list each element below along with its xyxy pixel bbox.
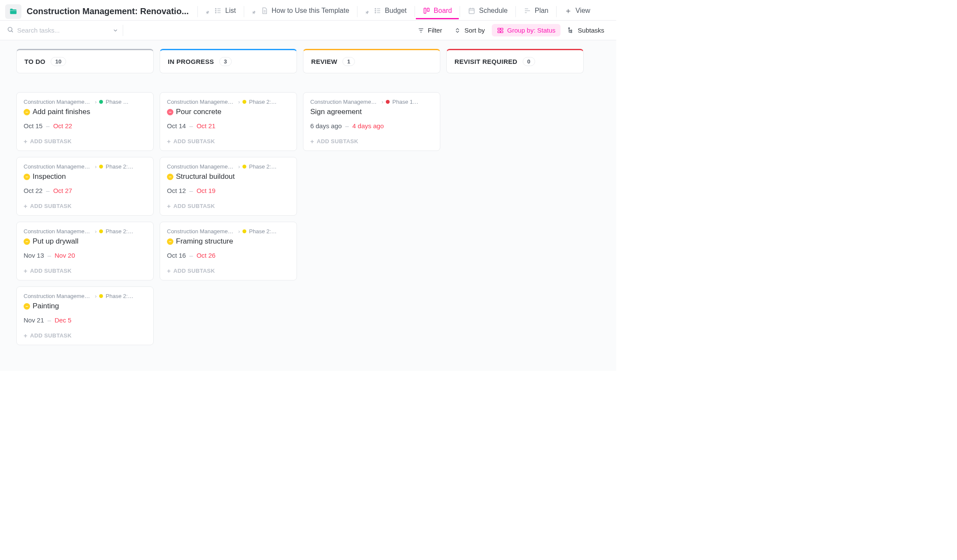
breadcrumb: Construction Management: R… › Phase 2:… (167, 163, 290, 170)
pin-icon (252, 9, 256, 13)
column-review: REVIEW1 Construction Management: Ren… › … (303, 49, 440, 151)
tab-divider (244, 6, 244, 17)
tab-divider (460, 6, 460, 17)
breadcrumb-project: Construction Management: R… (167, 163, 236, 170)
phase-dot (242, 100, 246, 104)
task-card[interactable]: Construction Management: R… › Phase 2:… … (160, 222, 297, 280)
plus-icon: + (24, 138, 27, 145)
svg-point-0 (215, 9, 216, 9)
tab-schedule[interactable]: Schedule (461, 3, 515, 20)
sort-label: Sort by (464, 27, 485, 34)
column-title: IN PROGRESS (168, 58, 214, 65)
card-title: Framing structure (176, 237, 233, 246)
breadcrumb-project: Construction Management: Ren… (310, 99, 379, 105)
card-title-row: – Framing structure (167, 237, 290, 246)
date-separator: – (46, 187, 49, 194)
task-card[interactable]: Construction Management: Ren… › Phase 1…… (303, 92, 440, 151)
tab-list[interactable]: List (199, 3, 243, 20)
column-header[interactable]: IN PROGRESS3 (160, 49, 297, 73)
gantt-icon (524, 7, 531, 15)
date-separator: – (189, 122, 193, 129)
svg-rect-15 (427, 8, 429, 12)
tab-budget[interactable]: Budget (358, 3, 414, 20)
tab-label: Budget (385, 7, 407, 15)
svg-point-2 (215, 10, 216, 11)
svg-rect-14 (424, 8, 426, 13)
add-subtask-button[interactable]: + ADD SUBTASK (167, 268, 290, 274)
add-subtask-label: ADD SUBTASK (173, 268, 215, 274)
add-subtask-button[interactable]: + ADD SUBTASK (24, 268, 146, 274)
card-title-row: – Sign agreement (310, 108, 433, 116)
folder-icon[interactable] (5, 4, 21, 19)
start-date: Oct 22 (24, 187, 42, 194)
task-card[interactable]: Construction Management: R… › Phase 2:… … (16, 222, 154, 280)
groupby-button[interactable]: Group by: Status (492, 24, 561, 36)
card-title-row: – Structural buildout (167, 172, 290, 181)
add-subtask-button[interactable]: + ADD SUBTASK (24, 332, 146, 339)
add-subtask-label: ADD SUBTASK (30, 268, 72, 274)
date-range: Nov 21 – Dec 5 (24, 316, 146, 324)
tab-board[interactable]: Board (416, 3, 459, 20)
breadcrumb-phase: Phase 2:… (249, 228, 276, 235)
board-icon (423, 7, 430, 15)
breadcrumb-phase: Phase 2:… (106, 163, 133, 170)
chevron-down-icon[interactable] (112, 27, 118, 33)
filter-button[interactable]: Filter (412, 24, 447, 36)
task-card[interactable]: Construction Management: R… › Phase 2:… … (16, 286, 154, 345)
column-header[interactable]: REVIEW1 (303, 49, 440, 73)
add-subtask-button[interactable]: + ADD SUBTASK (24, 138, 146, 145)
breadcrumb: Construction Management: R… › Phase 2:… (24, 228, 146, 235)
toolbar-divider (123, 25, 123, 36)
card-title-row: – Pour concrete (167, 108, 290, 116)
tab-label: Plan (535, 7, 548, 15)
pin-icon (206, 9, 210, 13)
add-subtask-button[interactable]: + ADD SUBTASK (310, 138, 433, 145)
tab-label: List (225, 7, 236, 15)
task-card[interactable]: Construction Management: R… › Phase 2:… … (160, 157, 297, 216)
task-card[interactable]: Construction Management: Ren… › Phase … … (16, 92, 154, 151)
tab-plan[interactable]: Plan (517, 3, 555, 20)
phase-dot (242, 229, 246, 233)
chevron-right-icon: › (95, 293, 97, 299)
phase-dot (99, 229, 103, 233)
task-card[interactable]: Construction Management: R… › Phase 2:… … (16, 157, 154, 216)
add-subtask-label: ADD SUBTASK (173, 138, 215, 145)
search-input[interactable] (17, 27, 86, 34)
priority-icon: – (167, 174, 173, 180)
svg-point-8 (375, 9, 376, 9)
sort-button[interactable]: Sort by (449, 24, 490, 36)
svg-line-24 (12, 31, 13, 32)
tab-divider (415, 6, 415, 17)
filter-label: Filter (428, 27, 442, 34)
column-revisit: REVISIT REQUIRED0 (446, 49, 584, 92)
cards-container: Construction Management: R… › Phase 2:… … (160, 92, 297, 280)
plus-icon: + (24, 332, 27, 339)
tab-howto[interactable]: How to Use this Template (245, 3, 356, 20)
card-title: Inspection (33, 172, 66, 181)
svg-rect-30 (498, 31, 500, 33)
add-subtask-button[interactable]: + ADD SUBTASK (167, 203, 290, 209)
start-date: Oct 12 (167, 187, 186, 194)
add-subtask-button[interactable]: + ADD SUBTASK (167, 138, 290, 145)
column-header[interactable]: TO DO10 (16, 49, 154, 73)
task-card[interactable]: Construction Management: R… › Phase 2:… … (160, 92, 297, 151)
date-separator: – (189, 252, 193, 259)
plus-icon: + (167, 138, 171, 145)
date-range: Oct 22 – Oct 27 (24, 187, 146, 194)
breadcrumb-phase: Phase … (106, 99, 128, 105)
start-date: Oct 14 (167, 122, 186, 129)
card-title: Add paint finishes (33, 108, 90, 116)
chevron-right-icon: › (95, 163, 97, 170)
card-title-row: – Add paint finishes (24, 108, 146, 116)
due-date: Oct 27 (53, 187, 72, 194)
date-range: Oct 15 – Oct 22 (24, 122, 146, 129)
add-subtask-label: ADD SUBTASK (173, 203, 215, 209)
breadcrumb-phase: Phase 1… (392, 99, 418, 105)
add-subtask-label: ADD SUBTASK (30, 203, 72, 209)
add-view-button[interactable]: ＋ View (557, 3, 597, 20)
subtasks-button[interactable]: Subtasks (562, 24, 609, 36)
page-title[interactable]: Construction Management: Renovatio... (27, 6, 189, 16)
add-subtask-button[interactable]: + ADD SUBTASK (24, 203, 146, 209)
column-header[interactable]: REVISIT REQUIRED0 (446, 49, 584, 73)
breadcrumb: Construction Management: R… › Phase 2:… (24, 293, 146, 299)
